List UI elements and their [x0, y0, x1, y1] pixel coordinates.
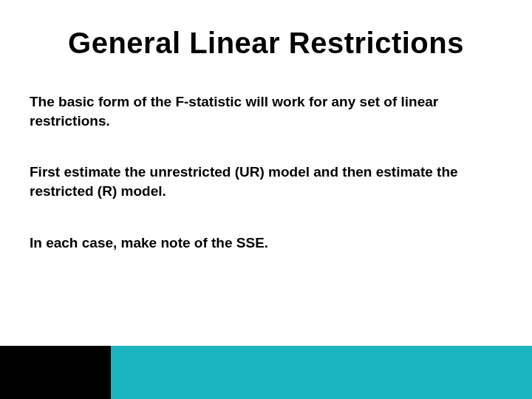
paragraph-1: The basic form of the F-statistic will w… [30, 92, 502, 130]
footer-bar [0, 346, 532, 399]
paragraph-3: In each case, make note of the SSE. [30, 233, 502, 253]
footer-black-block [0, 346, 111, 399]
slide: General Linear Restrictions The basic fo… [0, 0, 532, 399]
footer-teal-block [111, 346, 532, 399]
slide-title: General Linear Restrictions [30, 27, 502, 60]
paragraph-2: First estimate the unrestricted (UR) mod… [30, 163, 502, 200]
